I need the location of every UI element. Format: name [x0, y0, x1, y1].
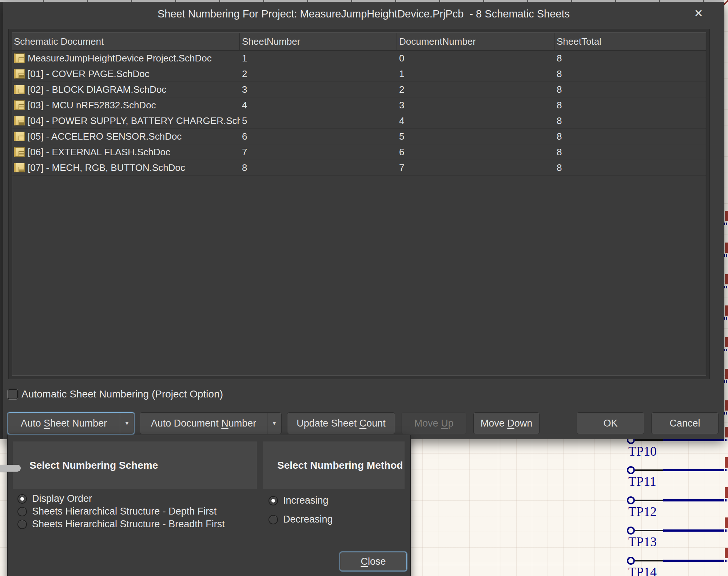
- method-option[interactable]: Decreasing: [268, 514, 333, 525]
- ok-button[interactable]: OK: [577, 412, 644, 434]
- move-up-button: Move Up: [401, 412, 466, 434]
- testpoint-pin-wire: [635, 439, 663, 441]
- testpoint-label: TP10: [628, 445, 657, 457]
- schdoc-icon: [14, 147, 25, 157]
- wire-dashed-end: [723, 529, 728, 532]
- testpoint-pad: [627, 527, 635, 535]
- wire-dashed-end: [723, 469, 728, 471]
- scheme-option[interactable]: Sheets Hierarchical Structure - Breadth …: [17, 519, 225, 530]
- sheet-numbering-dialog: Sheet Numbering For Project: MeasureJump…: [3, 2, 724, 439]
- popup-close-button[interactable]: Close: [340, 552, 407, 571]
- cell-sheet-total: 8: [554, 68, 706, 80]
- cell-document: MeasureJumpHeightDevice Project.SchDoc: [12, 53, 240, 64]
- cell-document: [05] - ACCELERO SENSOR.SchDoc: [12, 131, 240, 142]
- connector-pin-mark: [725, 337, 728, 347]
- testpoint-pin-wire: [635, 469, 663, 471]
- schdoc-icon: [14, 163, 25, 172]
- update-sheet-count-button[interactable]: Update Sheet Count: [287, 412, 395, 434]
- cell-sheet-total: 8: [554, 162, 706, 173]
- auto-sheet-number-button[interactable]: Auto Sheet Number ▼: [8, 412, 134, 434]
- auto-document-number-button[interactable]: Auto Document Number ▼: [140, 412, 282, 434]
- numbering-options-popup: Select Numbering Scheme Select Numbering…: [7, 435, 411, 576]
- numbering-scheme-group: Select Numbering Scheme: [13, 441, 257, 489]
- testpoint-net-wire: [663, 469, 728, 471]
- connector-pin-mark: [725, 243, 728, 253]
- cell-document: [04] - POWER SUPPLY, BATTERY CHARGER.Sch…: [12, 115, 240, 127]
- document-name: [06] - EXTERNAL FLASH.SchDoc: [28, 147, 170, 158]
- schdoc-icon: [14, 132, 25, 141]
- column-header-sheet-total[interactable]: SheetTotal: [554, 33, 706, 50]
- cell-sheet-number: 8: [240, 162, 397, 173]
- table-row[interactable]: [06] - EXTERNAL FLASH.SchDoc768: [12, 144, 706, 160]
- table-rows: MeasureJumpHeightDevice Project.SchDoc10…: [12, 51, 706, 176]
- radio-icon: [17, 494, 27, 504]
- checkbox-label: Automatic Sheet Numbering (Project Optio…: [21, 388, 223, 400]
- radio-icon: [268, 496, 278, 505]
- cell-document-number: 2: [397, 84, 554, 95]
- cell-document: [07] - MECH, RGB, BUTTON.SchDoc: [12, 162, 240, 173]
- dropdown-arrow-icon[interactable]: ▼: [267, 413, 281, 434]
- radio-icon: [268, 515, 278, 524]
- method-label: Increasing: [283, 495, 329, 506]
- table-row[interactable]: [07] - MECH, RGB, BUTTON.SchDoc878: [12, 160, 706, 176]
- auto-numbering-row: Automatic Sheet Numbering (Project Optio…: [8, 388, 223, 400]
- scheme-option[interactable]: Display Order: [17, 493, 225, 504]
- close-button[interactable]: ✕: [691, 5, 707, 21]
- scheme-group-title: Select Numbering Scheme: [29, 460, 158, 471]
- connector-pin-mark: [725, 517, 728, 528]
- scheme-label: Sheets Hierarchical Structure - Breadth …: [32, 519, 225, 530]
- document-name: [03] - MCU nRF52832.SchDoc: [28, 100, 156, 111]
- cell-sheet-number: 4: [240, 100, 397, 111]
- table-row[interactable]: [05] - ACCELERO SENSOR.SchDoc658: [12, 129, 706, 144]
- table-row[interactable]: [01] - COVER PAGE.SchDoc218: [12, 66, 706, 82]
- cell-document: [01] - COVER PAGE.SchDoc: [12, 68, 240, 80]
- numbering-method-group: Select Numbering Method: [263, 441, 405, 489]
- screen: TP10TP11TP12TP13TP14 Sheet Numbering For…: [0, 0, 728, 576]
- dialog-title: Sheet Numbering For Project: MeasureJump…: [3, 8, 724, 20]
- connector-pin-mark: [725, 548, 728, 558]
- cancel-button[interactable]: Cancel: [651, 412, 719, 434]
- testpoint-label: TP12: [628, 505, 657, 518]
- cell-document-number: 7: [397, 162, 554, 173]
- cell-document-number: 5: [397, 131, 554, 142]
- move-down-button[interactable]: Move Down: [473, 412, 540, 434]
- wire-dashed-end: [723, 560, 728, 562]
- column-header-document-number[interactable]: DocumentNumber: [397, 33, 554, 50]
- testpoint-pad: [627, 557, 635, 565]
- method-option[interactable]: Increasing: [268, 495, 333, 506]
- table-row[interactable]: MeasureJumpHeightDevice Project.SchDoc10…: [12, 51, 706, 66]
- connector-pin-mark: [725, 369, 728, 379]
- cell-sheet-total: 8: [554, 115, 706, 127]
- testpoint-label: TP14: [628, 566, 657, 576]
- testpoint-pin-wire: [635, 500, 663, 501]
- window-left-edge: [0, 2, 3, 439]
- testpoint-label: TP13: [628, 536, 657, 548]
- schdoc-icon: [14, 100, 25, 110]
- method-group-title: Select Numbering Method: [277, 460, 403, 471]
- table-row[interactable]: [04] - POWER SUPPLY, BATTERY CHARGER.Sch…: [12, 113, 706, 129]
- dropdown-arrow-icon[interactable]: ▼: [120, 413, 134, 434]
- automatic-sheet-numbering-checkbox[interactable]: [8, 389, 18, 399]
- connector-pin-mark: [725, 457, 728, 468]
- testpoint-pin-wire: [635, 560, 663, 561]
- table-row[interactable]: [03] - MCU nRF52832.SchDoc438: [12, 97, 706, 113]
- document-name: [01] - COVER PAGE.SchDoc: [28, 68, 150, 80]
- scheme-option[interactable]: Sheets Hierarchical Structure - Depth Fi…: [17, 506, 225, 517]
- document-name: [05] - ACCELERO SENSOR.SchDoc: [28, 131, 182, 142]
- cell-sheet-number: 2: [240, 68, 397, 80]
- cell-document: [03] - MCU nRF52832.SchDoc: [12, 100, 240, 111]
- connector-pin-mark: [725, 487, 728, 498]
- table-row[interactable]: [02] - BLOCK DIAGRAM.SchDoc328: [12, 82, 706, 97]
- schdoc-icon: [14, 85, 25, 94]
- horizontal-scrollbar-thumb[interactable]: [0, 465, 21, 472]
- testpoint-net-wire: [663, 499, 728, 501]
- connector-pin-mark: [725, 305, 728, 316]
- document-name: [07] - MECH, RGB, BUTTON.SchDoc: [28, 162, 185, 173]
- radio-icon: [17, 520, 27, 529]
- document-name: MeasureJumpHeightDevice Project.SchDoc: [28, 53, 212, 64]
- connector-pin-mark: [725, 274, 728, 284]
- cell-document-number: 3: [397, 100, 554, 111]
- testpoint-pad: [627, 466, 635, 474]
- column-header-schematic-document[interactable]: Schematic Document: [12, 33, 240, 50]
- column-header-sheet-number[interactable]: SheetNumber: [240, 33, 397, 50]
